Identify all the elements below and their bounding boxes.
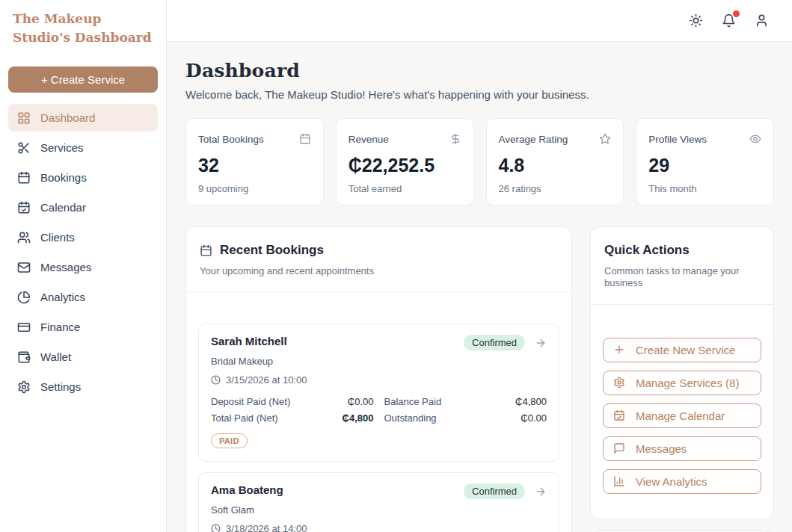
stat-sub: Total earned [349,183,461,194]
sidebar-item-label: Wallet [40,350,71,363]
sidebar-item-bookings[interactable]: Bookings [8,164,158,191]
payment-row: Balance Paid ₵4,800 [384,396,547,407]
calendar-check-icon [17,201,31,214]
stat-label: Total Bookings [198,134,264,145]
theme-toggle-button[interactable] [689,13,703,28]
payment-value: ₵0.00 [521,412,547,424]
mail-icon [17,261,31,274]
quick-actions-subtitle: Common tasks to manage your business [604,265,743,290]
quick-action-view-analytics[interactable]: View Analytics [603,469,761,494]
stat-label: Average Rating [499,134,568,145]
payment-value: ₵0.00 [348,396,374,407]
booking-payments: Deposit Paid (Net) ₵0.00 Balance Paid ₵4… [211,396,547,424]
account-button[interactable] [755,13,769,28]
users-icon [17,231,31,244]
sidebar-item-label: Clients [40,231,75,244]
stat-value: 4.8 [499,155,612,176]
page-title: Dashboard [185,60,774,81]
chat-icon [613,442,625,454]
sidebar-item-clients[interactable]: Clients [8,223,158,251]
sidebar-item-analytics[interactable]: Analytics [8,283,158,311]
stat-sub: 9 upcoming [198,183,311,194]
settings-icon [17,380,31,394]
clock-icon [211,375,221,385]
status-badge: Confirmed [464,483,525,499]
bar-chart-icon [613,475,625,487]
booking-service: Soft Glam [211,504,547,516]
topbar [167,0,792,42]
sidebar-item-label: Settings [40,380,81,393]
sidebar-item-wallet[interactable]: Wallet [8,343,158,371]
booking-card[interactable]: Sarah Mitchell Confirmed Bridal Makeup 3… [198,324,559,462]
wallet-icon [17,350,31,364]
booking-client-name: Ama Boateng [211,483,283,496]
quick-action-manage-services-8[interactable]: Manage Services (8) [603,371,761,395]
create-service-button[interactable]: + Create Service [8,66,158,93]
settings-icon [613,377,625,389]
booking-card[interactable]: Ama Boateng Confirmed Soft Glam 3/18/202… [198,472,559,532]
quick-action-create-new-service[interactable]: Create New Service [603,338,761,362]
sidebar-item-calendar[interactable]: Calendar [8,194,158,221]
sidebar-item-messages[interactable]: Messages [8,253,158,281]
stat-card: Total Bookings 32 9 upcoming [185,118,324,205]
payment-value: ₵4,800 [343,412,374,424]
stat-sub: This month [648,183,761,194]
open-booking-button[interactable] [535,337,547,349]
payment-row: Total Paid (Net) ₵4,800 [211,412,374,424]
page-subtitle: Welcome back, The Makeup Studio! Here's … [185,88,774,101]
arrow-right-icon [535,486,547,498]
sidebar-item-label: Services [40,141,84,154]
recent-bookings-panel: Recent Bookings Your upcoming and recent… [185,226,572,532]
quick-actions-column: Quick Actions Common tasks to manage you… [590,226,774,532]
quick-action-label: View Analytics [636,475,707,488]
quick-action-label: Manage Calendar [636,409,725,422]
bookings-list: Sarah Mitchell Confirmed Bridal Makeup 3… [186,292,571,532]
grid-icon [17,111,31,125]
quick-action-label: Manage Services (8) [636,377,739,389]
quick-action-messages[interactable]: Messages [603,436,761,461]
brand-title: The Makeup Studio's Dashboard [8,10,158,46]
sidebar-item-label: Calendar [40,201,86,214]
sidebar-item-label: Analytics [40,291,85,303]
sidebar-item-settings[interactable]: Settings [8,373,158,400]
sidebar-item-label: Messages [40,261,91,273]
main-content: Dashboard Welcome back, The Makeup Studi… [167,42,792,532]
booking-datetime: 3/18/2026 at 14:00 [226,523,307,532]
plus-icon [613,344,625,356]
user-icon [755,13,769,28]
eye-icon [749,133,761,145]
credit-card-icon [17,321,31,334]
stats-row: Total Bookings 32 9 upcoming Revenue ₵22… [185,118,774,205]
quick-actions-header: Quick Actions Common tasks to manage you… [591,227,773,305]
calendar-icon [200,244,212,257]
payment-row: Deposit Paid (Net) ₵0.00 [211,396,374,407]
payment-label: Balance Paid [384,396,442,407]
stat-value: 32 [198,155,311,176]
sidebar-item-finance[interactable]: Finance [8,313,158,341]
booking-service: Bridal Makeup [211,356,547,367]
dashboard-columns: Recent Bookings Your upcoming and recent… [185,226,774,532]
stat-card: Average Rating 4.8 26 ratings [486,118,624,205]
sidebar-item-services[interactable]: Services [8,134,158,161]
pie-chart-icon [17,291,31,304]
quick-action-label: Messages [636,442,687,455]
quick-actions-title: Quick Actions [604,243,690,258]
payment-label: Total Paid (Net) [211,412,278,424]
payment-label: Deposit Paid (Net) [211,396,290,407]
quick-action-label: Create New Service [636,344,735,356]
quick-actions-list: Create New Service Manage Services (8) M… [591,305,773,519]
booking-client-name: Sarah Mitchell [211,335,287,347]
booking-datetime: 3/15/2026 at 10:00 [226,374,307,386]
calendar-check-icon [613,409,625,421]
sidebar-nav: Dashboard Services Bookings Calendar Cli… [8,104,158,400]
stat-card: Revenue ₵22,252.5 Total earned [336,118,474,205]
quick-action-manage-calendar[interactable]: Manage Calendar [603,403,761,428]
sidebar-item-dashboard[interactable]: Dashboard [8,104,158,132]
notification-dot [733,10,740,17]
stat-label: Profile Views [648,134,707,145]
notifications-button[interactable] [722,13,736,28]
calendar-icon [17,171,31,185]
clock-icon [211,524,221,532]
open-booking-button[interactable] [535,486,547,498]
recent-bookings-title: Recent Bookings [220,243,324,258]
